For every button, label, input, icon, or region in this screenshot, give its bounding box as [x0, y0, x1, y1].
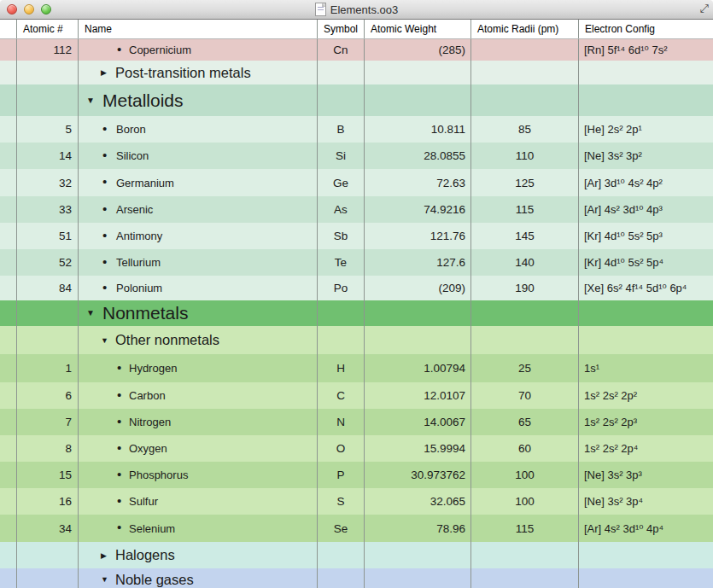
element-row[interactable]: 15•PhosphorusP30.973762100[Ne] 3s² 3p³	[0, 462, 713, 488]
atomic-number-cell[interactable]: 15	[17, 462, 79, 488]
atomic-number-cell[interactable]: 1	[17, 354, 79, 382]
symbol-cell[interactable]: Cn	[318, 39, 365, 61]
atomic-weight-cell[interactable]	[365, 61, 471, 84]
element-row[interactable]: 84•PoloniumPo(209)190[Xe] 6s² 4f¹⁴ 5d¹⁰ …	[0, 276, 713, 300]
symbol-cell[interactable]: Te	[318, 249, 365, 276]
name-cell[interactable]: ▼Nonmetals	[79, 300, 318, 326]
column-header-atomic-weight[interactable]: Atomic Weight	[365, 20, 471, 38]
close-button[interactable]	[7, 4, 17, 15]
atomic-weight-cell[interactable]: 10.811	[365, 116, 471, 143]
electron-config-cell[interactable]: 1s² 2s² 2p³	[579, 409, 713, 435]
symbol-cell[interactable]: P	[318, 462, 365, 488]
element-row[interactable]: 32•GermaniumGe72.63125[Ar] 3d¹⁰ 4s² 4p²	[0, 169, 713, 196]
electron-config-cell[interactable]	[579, 542, 713, 568]
name-cell[interactable]: ▶Halogens	[79, 542, 318, 568]
atomic-weight-cell[interactable]: 78.96	[365, 515, 471, 542]
symbol-cell[interactable]	[318, 568, 365, 588]
section-row[interactable]: ▼Metalloids	[0, 84, 713, 116]
symbol-cell[interactable]: Si	[318, 143, 365, 169]
symbol-cell[interactable]: Po	[318, 276, 365, 300]
symbol-cell[interactable]: Sb	[318, 223, 365, 249]
atomic-number-cell[interactable]: 6	[17, 382, 79, 409]
electron-config-cell[interactable]: [He] 2s² 2p¹	[579, 116, 713, 143]
atomic-radius-cell[interactable]	[471, 568, 579, 588]
electron-config-cell[interactable]: [Ar] 3d¹⁰ 4s² 4p²	[579, 169, 713, 196]
column-header-electron-config[interactable]: Electron Config	[579, 20, 713, 38]
atomic-radius-cell[interactable]: 115	[471, 515, 579, 542]
atomic-number-cell[interactable]: 7	[17, 409, 79, 435]
name-cell[interactable]: •Sulfur	[79, 488, 318, 515]
atomic-number-cell[interactable]	[17, 300, 79, 326]
atomic-weight-cell[interactable]: 127.6	[365, 249, 471, 276]
symbol-cell[interactable]: O	[318, 435, 365, 462]
symbol-cell[interactable]: C	[318, 382, 365, 409]
atomic-weight-cell[interactable]	[365, 300, 471, 326]
atomic-weight-cell[interactable]: 32.065	[365, 488, 471, 515]
atomic-radius-cell[interactable]: 125	[471, 169, 579, 196]
atomic-weight-cell[interactable]: (209)	[365, 276, 471, 300]
symbol-cell[interactable]: Se	[318, 515, 365, 542]
atomic-weight-cell[interactable]: 30.973762	[365, 462, 471, 488]
column-header-atomic-number[interactable]: Atomic #	[17, 20, 79, 38]
atomic-weight-cell[interactable]: 14.0067	[365, 409, 471, 435]
atomic-weight-cell[interactable]: 12.0107	[365, 382, 471, 409]
section-row[interactable]: ▶Halogens	[0, 542, 713, 568]
name-cell[interactable]: •Germanium	[79, 169, 318, 196]
element-row[interactable]: 52•TelluriumTe127.6140[Kr] 4d¹⁰ 5s² 5p⁴	[0, 249, 713, 276]
symbol-cell[interactable]: N	[318, 409, 365, 435]
atomic-weight-cell[interactable]: 72.63	[365, 169, 471, 196]
name-cell[interactable]: •Phosphorus	[79, 462, 318, 488]
atomic-weight-cell[interactable]: 28.0855	[365, 143, 471, 169]
atomic-number-cell[interactable]	[17, 568, 79, 588]
atomic-number-cell[interactable]: 8	[17, 435, 79, 462]
electron-config-cell[interactable]: [Ar] 4s² 3d¹⁰ 4p⁴	[579, 515, 713, 542]
element-row[interactable]: 51•AntimonySb121.76145[Kr] 4d¹⁰ 5s² 5p³	[0, 223, 713, 249]
disclosure-triangle-icon[interactable]: ▶	[101, 69, 107, 77]
electron-config-cell[interactable]	[579, 326, 713, 354]
electron-config-cell[interactable]	[579, 300, 713, 326]
name-cell[interactable]: •Hydrogen	[79, 354, 318, 382]
electron-config-cell[interactable]: 1s¹	[579, 354, 713, 382]
element-row[interactable]: 14•SiliconSi28.0855110[Ne] 3s² 3p²	[0, 143, 713, 169]
atomic-number-cell[interactable]: 51	[17, 223, 79, 249]
name-cell[interactable]: •Tellurium	[79, 249, 318, 276]
name-cell[interactable]: •Selenium	[79, 515, 318, 542]
atomic-weight-cell[interactable]	[365, 84, 471, 116]
electron-config-cell[interactable]: [Ne] 3s² 3p³	[579, 462, 713, 488]
electron-config-cell[interactable]: [Kr] 4d¹⁰ 5s² 5p⁴	[579, 249, 713, 276]
atomic-radius-cell[interactable]	[471, 542, 579, 568]
atomic-radius-cell[interactable]: 100	[471, 488, 579, 515]
electron-config-cell[interactable]	[579, 568, 713, 588]
atomic-weight-cell[interactable]: 121.76	[365, 223, 471, 249]
name-cell[interactable]: ▼Noble gases	[79, 568, 318, 588]
atomic-weight-cell[interactable]: 74.9216	[365, 196, 471, 223]
element-row[interactable]: 5•BoronB10.81185[He] 2s² 2p¹	[0, 116, 713, 143]
symbol-cell[interactable]: B	[318, 116, 365, 143]
column-header-name[interactable]: Name	[79, 20, 318, 38]
atomic-number-cell[interactable]: 84	[17, 276, 79, 300]
symbol-cell[interactable]	[318, 326, 365, 354]
name-cell[interactable]: •Silicon	[79, 143, 318, 169]
name-cell[interactable]: •Copernicium	[79, 39, 318, 61]
atomic-radius-cell[interactable]: 140	[471, 249, 579, 276]
atomic-radius-cell[interactable]	[471, 326, 579, 354]
column-header-symbol[interactable]: Symbol	[318, 20, 365, 38]
atomic-radius-cell[interactable]: 25	[471, 354, 579, 382]
name-cell[interactable]: •Carbon	[79, 382, 318, 409]
symbol-cell[interactable]	[318, 542, 365, 568]
atomic-number-cell[interactable]: 16	[17, 488, 79, 515]
element-row[interactable]: 34•SeleniumSe78.96115[Ar] 4s² 3d¹⁰ 4p⁴	[0, 515, 713, 542]
element-row[interactable]: 33•ArsenicAs74.9216115[Ar] 4s² 3d¹⁰ 4p³	[0, 196, 713, 223]
atomic-number-cell[interactable]: 112	[17, 39, 79, 61]
atomic-number-cell[interactable]	[17, 542, 79, 568]
atomic-number-cell[interactable]: 5	[17, 116, 79, 143]
symbol-cell[interactable]: S	[318, 488, 365, 515]
symbol-cell[interactable]: As	[318, 196, 365, 223]
atomic-weight-cell[interactable]: 1.00794	[365, 354, 471, 382]
atomic-weight-cell[interactable]	[365, 542, 471, 568]
atomic-weight-cell[interactable]	[365, 326, 471, 354]
section-row[interactable]: ▼Noble gases	[0, 568, 713, 588]
symbol-cell[interactable]: Ge	[318, 169, 365, 196]
section-row[interactable]: ▶Post-transition metals	[0, 61, 713, 84]
atomic-weight-cell[interactable]: (285)	[365, 39, 471, 61]
